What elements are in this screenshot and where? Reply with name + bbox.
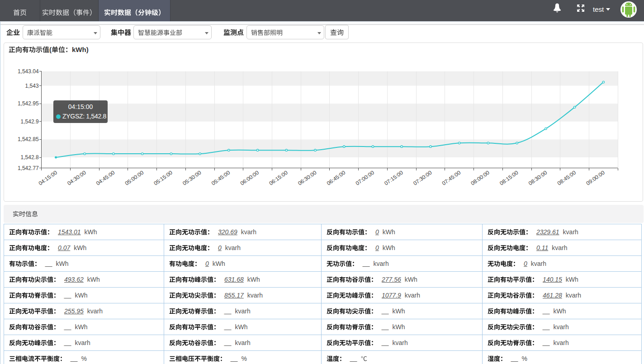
- svg-text:06:45:00: 06:45:00: [326, 169, 347, 186]
- svg-text:1,543.04: 1,543.04: [18, 68, 39, 75]
- svg-text:1,542.9: 1,542.9: [21, 118, 39, 125]
- svg-text:09:00:00: 09:00:00: [585, 169, 606, 186]
- svg-text:07:15:00: 07:15:00: [383, 169, 404, 186]
- svg-text:08:30:00: 08:30:00: [527, 169, 549, 186]
- svg-text:07:30:00: 07:30:00: [412, 169, 433, 186]
- svg-text:05:15:00: 05:15:00: [153, 169, 174, 186]
- svg-text:08:15:00: 08:15:00: [498, 169, 520, 186]
- svg-text:1,543: 1,543: [25, 83, 39, 89]
- svg-text:06:00:00: 06:00:00: [239, 169, 260, 186]
- svg-text:08:45:00: 08:45:00: [556, 169, 578, 186]
- svg-text:1,542.85: 1,542.85: [18, 136, 39, 142]
- svg-text:05:45:00: 05:45:00: [210, 169, 232, 186]
- svg-text:06:15:00: 06:15:00: [268, 169, 289, 186]
- svg-text:08:00:00: 08:00:00: [470, 169, 491, 186]
- svg-text:06:30:00: 06:30:00: [297, 169, 318, 186]
- svg-text:04:45:00: 04:45:00: [95, 169, 116, 186]
- svg-text:04:15:00: 04:15:00: [38, 169, 59, 186]
- svg-text:1,542.95: 1,542.95: [18, 100, 39, 107]
- svg-text:05:00:00: 05:00:00: [124, 169, 145, 186]
- svg-text:05:30:00: 05:30:00: [181, 169, 203, 186]
- svg-text:04:30:00: 04:30:00: [66, 169, 87, 186]
- svg-text:1,542.77: 1,542.77: [18, 165, 39, 171]
- svg-text:07:00:00: 07:00:00: [355, 169, 376, 186]
- svg-text:07:45:00: 07:45:00: [441, 169, 462, 186]
- svg-text:1,542.8: 1,542.8: [21, 154, 39, 161]
